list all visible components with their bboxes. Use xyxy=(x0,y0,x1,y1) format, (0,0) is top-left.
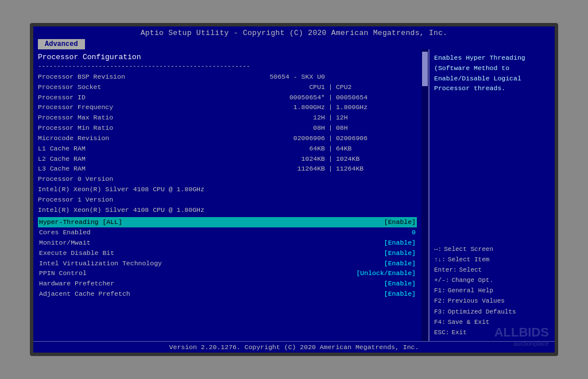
key-f4-label: Save & Exit xyxy=(448,317,490,327)
title-bar: Aptio Setup Utility - Copyright (C) 2020… xyxy=(33,26,555,37)
label-freq: Processor Frequency xyxy=(38,102,153,113)
scrollbar[interactable] xyxy=(421,49,428,341)
proc1-label: Processor 1 Version xyxy=(38,195,417,205)
ppin-label: PPIN Control xyxy=(39,268,87,279)
key-f3: F3: Optimized Defaults xyxy=(434,307,550,317)
key-f3-label: Optimized Defaults xyxy=(448,307,516,317)
key-select-screen: ↔: Select Screen xyxy=(434,244,550,254)
ppin-val: [Unlock/Enable] xyxy=(356,268,416,279)
monitor-mwait-val: [Enable] xyxy=(384,238,416,248)
val-procid: 00050654* | 00050654 xyxy=(256,92,417,103)
key-f4: F4: Save & Exit xyxy=(434,317,550,327)
execute-disable-label: Execute Disable Bit xyxy=(39,248,114,258)
val-l3: 11264KB | 11264KB xyxy=(256,164,417,174)
key-change-opt: +/-: Change Opt. xyxy=(434,275,550,285)
label-bsp: Processor BSP Revision xyxy=(38,72,153,82)
left-panel: Processor Configuration ----------------… xyxy=(33,49,421,341)
val-l2: 1024KB | 1024KB xyxy=(256,154,417,164)
cores-enabled-val: 0 xyxy=(412,227,416,238)
hyper-threading-label: Hyper-Threading [ALL] xyxy=(39,217,122,227)
label-minratio: Processor Min Ratio xyxy=(38,123,153,133)
key-f2-label: Previous Values xyxy=(448,296,505,306)
monitor-mwait-label: Monitor/Mwait xyxy=(39,238,91,248)
section-title: Processor Configuration xyxy=(38,53,417,61)
key-esc: ESC: Exit xyxy=(434,327,550,338)
label-microcode: Microcode Revision xyxy=(38,133,153,144)
virt-tech-label: Intel Virtualization Technology xyxy=(39,258,162,269)
key-f1: F1: General Help xyxy=(434,285,550,296)
val-bsp: 50654 - SKX U0 xyxy=(256,72,417,82)
hw-prefetch-row[interactable]: Hardware Prefetcher [Enable] xyxy=(38,279,417,289)
val-freq: 1.800GHz | 1.800GHz xyxy=(256,102,417,113)
hw-prefetch-label: Hardware Prefetcher xyxy=(39,279,114,289)
cores-enabled-label: Cores Enabled xyxy=(39,227,91,238)
hyper-threading-val: [Enable] xyxy=(384,217,416,227)
row-l2: L2 Cache RAM 1024KB | 1024KB xyxy=(38,154,417,164)
execute-disable-row[interactable]: Execute Disable Bit [Enable] xyxy=(38,248,417,258)
key-f1-icon: F1: xyxy=(434,285,446,296)
hyper-threading-row[interactable]: Hyper-Threading [ALL] [Enable] xyxy=(38,217,417,227)
adj-cache-row[interactable]: Adjacent Cache Prefetch [Enable] xyxy=(38,289,417,299)
virt-tech-val: [Enable] xyxy=(384,258,416,269)
bios-screen: Aptio Setup Utility - Copyright (C) 2020… xyxy=(33,26,555,353)
virt-tech-row[interactable]: Intel Virtualization Technology [Enable] xyxy=(38,258,417,269)
row-maxratio: Processor Max Ratio 12H | 12H xyxy=(38,113,417,123)
title-text: Aptio Setup Utility - Copyright (C) 2020… xyxy=(141,29,448,37)
key-enter-icon: Enter: xyxy=(434,265,457,275)
key-change-opt-label: Change Opt. xyxy=(451,275,493,285)
key-enter: Enter: Select xyxy=(434,265,550,275)
key-f2: F2: Previous Values xyxy=(434,296,550,306)
monitor: Aptio Setup Utility - Copyright (C) 2020… xyxy=(30,23,558,356)
bottom-bar-text: Version 2.20.1276. Copyright (C) 2020 Am… xyxy=(169,343,419,351)
row-minratio: Processor Min Ratio 08H | 08H xyxy=(38,123,417,133)
key-select-item: ↑↓: Select Item xyxy=(434,254,550,265)
label-l2: L2 Cache RAM xyxy=(38,154,153,164)
row-procid: Processor ID 00050654* | 00050654 xyxy=(38,92,417,103)
label-l1: L1 Cache RAM xyxy=(38,144,153,154)
key-select-item-label: Select Item xyxy=(448,254,490,265)
right-panel: Enables Hyper Threading (Software Method… xyxy=(428,49,555,341)
key-updown-icon: ↑↓: xyxy=(434,254,446,265)
row-l1: L1 Cache RAM 64KB | 64KB xyxy=(38,144,417,154)
key-arrows-icon: ↔: xyxy=(434,244,442,254)
row-freq: Processor Frequency 1.800GHz | 1.800GHz xyxy=(38,102,417,113)
key-esc-icon: ESC: xyxy=(434,327,449,338)
label-socket: Processor Socket xyxy=(38,82,153,92)
key-help: ↔: Select Screen ↑↓: Select Item Enter: … xyxy=(434,244,550,338)
val-microcode: 02006906 | 02006906 xyxy=(256,133,417,144)
key-f2-icon: F2: xyxy=(434,296,446,306)
proc0-label: Processor 0 Version xyxy=(38,174,417,184)
key-enter-label: Select xyxy=(459,265,482,275)
val-maxratio: 12H | 12H xyxy=(256,113,417,123)
scroll-thumb[interactable] xyxy=(422,52,428,86)
adj-cache-val: [Enable] xyxy=(384,289,416,299)
val-minratio: 08H | 08H xyxy=(256,123,417,133)
label-procid: Processor ID xyxy=(38,92,153,103)
key-select-screen-label: Select Screen xyxy=(444,244,493,254)
row-bsp: Processor BSP Revision 50654 - SKX U0 xyxy=(38,72,417,82)
adj-cache-label: Adjacent Cache Prefetch xyxy=(39,289,130,299)
label-maxratio: Processor Max Ratio xyxy=(38,113,153,123)
help-text: Enables Hyper Threading (Software Method… xyxy=(434,53,550,244)
key-plusminus-icon: +/-: xyxy=(434,275,449,285)
tab-bar[interactable]: Advanced xyxy=(33,38,555,49)
bottom-bar: Version 2.20.1276. Copyright (C) 2020 Am… xyxy=(33,341,555,353)
ppin-row[interactable]: PPIN Control [Unlock/Enable] xyxy=(38,268,417,279)
monitor-mwait-row[interactable]: Monitor/Mwait [Enable] xyxy=(38,238,417,248)
val-l1: 64KB | 64KB xyxy=(256,144,417,154)
key-f1-label: General Help xyxy=(448,285,493,296)
proc0-ver: Intel(R) Xeon(R) Silver 4108 CPU @ 1.80G… xyxy=(38,184,417,195)
key-f3-icon: F3: xyxy=(434,307,446,317)
execute-disable-val: [Enable] xyxy=(384,248,416,258)
hw-prefetch-val: [Enable] xyxy=(384,279,416,289)
key-esc-label: Exit xyxy=(451,327,466,338)
cores-enabled-row[interactable]: Cores Enabled 0 xyxy=(38,227,417,238)
divider: ----------------------------------------… xyxy=(38,63,417,69)
row-l3: L3 Cache RAM 11264KB | 11264KB xyxy=(38,164,417,174)
val-socket: CPU1 | CPU2 xyxy=(256,82,417,92)
label-l3: L3 Cache RAM xyxy=(38,164,153,174)
proc1-ver: Intel(R) Xeon(R) Silver 4108 CPU @ 1.80G… xyxy=(38,205,417,215)
key-f4-icon: F4: xyxy=(434,317,446,327)
row-socket: Processor Socket CPU1 | CPU2 xyxy=(38,82,417,92)
tab-advanced[interactable]: Advanced xyxy=(38,39,85,49)
